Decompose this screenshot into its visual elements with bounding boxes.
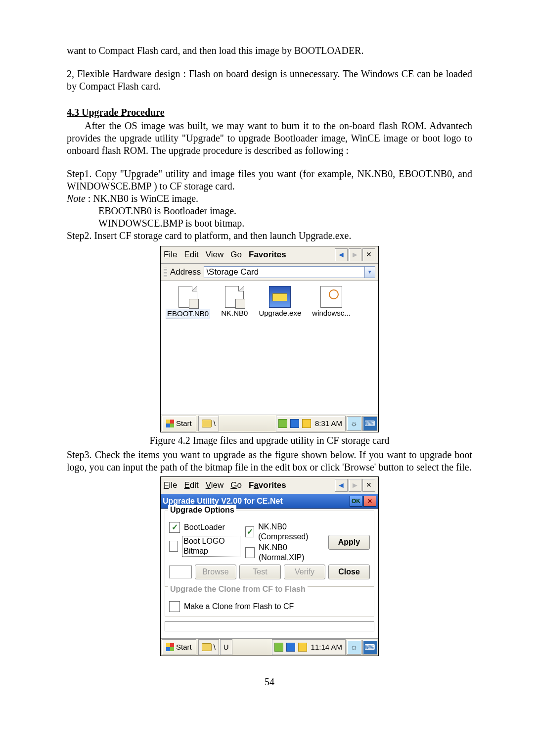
- para-flexible: 2, Flexible Hardware design : Flash on b…: [67, 68, 472, 93]
- bitmap-path-input[interactable]: [169, 566, 192, 578]
- checkbox-nk-compressed[interactable]: [245, 526, 254, 537]
- menu-file[interactable]: File: [164, 249, 177, 260]
- group-clone-legend: Upgrade the Clone from CF to Flash: [168, 584, 308, 594]
- label-bootloader: BootLoader: [184, 522, 225, 532]
- label-bootlogo: Boot LOGO Bitmap: [182, 536, 240, 557]
- menu-go[interactable]: Go: [230, 249, 242, 260]
- browse-button[interactable]: Browse: [195, 565, 236, 579]
- menu-go[interactable]: Go: [230, 480, 242, 490]
- keyboard-icon: ⌨: [364, 643, 375, 652]
- para-after-os: After the OS image was built, we may wan…: [67, 120, 472, 157]
- nav-back-button[interactable]: ◄: [335, 248, 348, 261]
- menu-edit[interactable]: Edit: [184, 249, 198, 260]
- arrow-left-icon: ◄: [337, 480, 345, 490]
- taskbar: Start \ U 11:14 AM ☼ ⌨: [161, 638, 378, 656]
- file-eboot-nb0[interactable]: EBOOT.NB0: [166, 286, 210, 370]
- menu-view[interactable]: View: [206, 249, 224, 260]
- label-make-clone: Make a Clone from Flash to CF: [184, 602, 294, 612]
- menubar: File Edit View Go Favorites ◄ ► ✕: [161, 477, 378, 494]
- menu-file[interactable]: File: [164, 480, 177, 490]
- test-button[interactable]: Test: [239, 565, 281, 579]
- checkbox-make-clone[interactable]: [169, 601, 180, 612]
- desktop-icon: ☼: [351, 643, 357, 652]
- ok-button[interactable]: OK: [350, 496, 362, 507]
- para-want: want to Compact Flash card, and then loa…: [67, 45, 472, 57]
- chevron-down-icon: ▾: [368, 269, 371, 276]
- nav-forward-button[interactable]: ►: [349, 248, 361, 261]
- menu-view[interactable]: View: [206, 480, 224, 490]
- nav-forward-button[interactable]: ►: [349, 479, 361, 492]
- checkbox-bootlogo[interactable]: [169, 541, 178, 552]
- address-bar: Address \Storage Card ▾: [161, 264, 378, 281]
- file-label: NK.NB0: [221, 309, 248, 318]
- arrow-right-icon: ►: [351, 480, 359, 490]
- progress-bar: [165, 621, 374, 631]
- screenshot-upgrade-dialog: File Edit View Go Favorites ◄ ► ✕ Upgrad…: [160, 476, 379, 656]
- task-explorer[interactable]: \: [198, 416, 219, 431]
- file-windowsce-bmp[interactable]: windowsc...: [312, 286, 351, 370]
- show-desktop-button[interactable]: ☼: [347, 416, 361, 431]
- tray-icon[interactable]: [274, 643, 283, 652]
- address-dropdown-button[interactable]: ▾: [365, 266, 375, 278]
- taskbar: Start \ 8:31 AM ☼ ⌨: [161, 415, 378, 432]
- arrow-right-icon: ►: [351, 250, 359, 260]
- menu-favorites[interactable]: Favorites: [249, 249, 286, 260]
- show-desktop-button[interactable]: ☼: [347, 640, 361, 655]
- start-button[interactable]: Start: [162, 416, 196, 431]
- heading-4-3: 4.3 Upgrade Procedure: [67, 106, 472, 119]
- badge-icon: [235, 299, 245, 309]
- clock: 11:14 AM: [310, 643, 343, 652]
- app-icon: U: [223, 643, 229, 652]
- tray-icon[interactable]: [298, 643, 307, 652]
- start-button[interactable]: Start: [162, 639, 196, 655]
- tray-icon[interactable]: [302, 419, 311, 428]
- note-line1: Note : NK.NB0 is WinCE image.: [67, 192, 472, 205]
- address-input[interactable]: \Storage Card: [204, 266, 365, 278]
- sip-button[interactable]: ⌨: [362, 640, 377, 655]
- step3: Step3. Check the items you want to upgra…: [67, 449, 472, 473]
- label-nk-compressed: NK.NB0 (Compressed): [258, 522, 324, 542]
- group-clone: Upgrade the Clone from CF to Flash Make …: [165, 590, 374, 616]
- task-explorer[interactable]: \: [198, 639, 219, 655]
- folder-icon: [202, 420, 212, 427]
- apply-button[interactable]: Apply: [328, 535, 370, 550]
- system-tray: 8:31 AM: [276, 416, 346, 431]
- dialog-title: Upgrade Utility V2.00 for CE.Net: [163, 496, 283, 506]
- checkbox-bootloader[interactable]: [169, 522, 180, 533]
- tray-icon[interactable]: [286, 643, 295, 652]
- step1: Step1. Copy "Upgrade" utility and image …: [67, 168, 472, 192]
- address-label: Address: [170, 267, 201, 277]
- menubar: File Edit View Go Favorites ◄ ► ✕: [161, 246, 378, 264]
- exe-icon: [269, 286, 291, 308]
- dialog-close-button[interactable]: ✕: [363, 496, 376, 507]
- close-icon: ✕: [366, 481, 372, 490]
- file-label: windowsc...: [312, 309, 351, 318]
- dialog-body: Upgrade Options BootLoader Boot LOGO Bit…: [161, 509, 378, 638]
- file-label: EBOOT.NB0: [166, 309, 210, 319]
- group-upgrade-options: Upgrade Options BootLoader Boot LOGO Bit…: [165, 511, 374, 587]
- sip-button[interactable]: ⌨: [362, 416, 377, 431]
- close-button[interactable]: Close: [328, 565, 370, 579]
- checkbox-nk-normal[interactable]: [245, 547, 255, 558]
- grip-icon: [164, 267, 167, 277]
- label-nk-normal: NK.NB0 (Normal,XIP): [259, 543, 324, 563]
- page-number: 54: [67, 676, 472, 688]
- tray-icon[interactable]: [290, 419, 299, 428]
- menu-favorites[interactable]: Favorites: [249, 480, 286, 490]
- nav-back-button[interactable]: ◄: [335, 479, 348, 492]
- arrow-left-icon: ◄: [337, 250, 345, 260]
- close-button[interactable]: ✕: [362, 479, 375, 492]
- clock: 8:31 AM: [314, 419, 343, 428]
- screenshot-storage-card: File Edit View Go Favorites ◄ ► ✕ Addres…: [160, 246, 379, 432]
- file-nk-nb0[interactable]: NK.NB0: [221, 286, 248, 370]
- bmp-icon: [320, 286, 342, 308]
- verify-button[interactable]: Verify: [284, 565, 325, 579]
- file-label: Upgrade.exe: [259, 309, 301, 318]
- task-upgrade-app[interactable]: U: [220, 639, 232, 655]
- close-button[interactable]: ✕: [362, 248, 375, 261]
- folder-icon: [202, 643, 212, 651]
- menu-edit[interactable]: Edit: [184, 480, 198, 490]
- windows-logo-icon: [166, 420, 174, 427]
- tray-icon[interactable]: [278, 419, 287, 428]
- file-upgrade-exe[interactable]: Upgrade.exe: [259, 286, 301, 370]
